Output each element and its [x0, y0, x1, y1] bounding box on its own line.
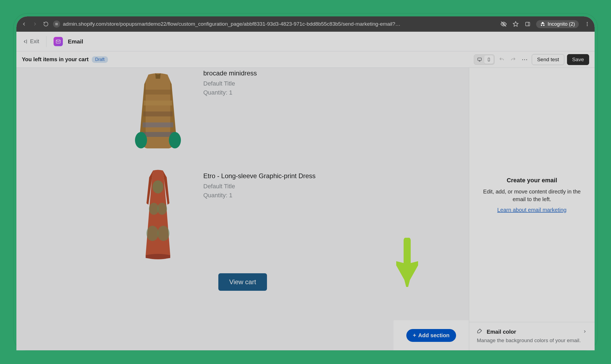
svg-point-6 [587, 24, 588, 24]
sub-header-right: ⋯ Send test Save [474, 54, 589, 65]
side-panel: Create your email Edit, add, or move con… [469, 68, 595, 350]
mobile-view-button[interactable] [484, 55, 494, 64]
star-icon[interactable] [512, 20, 519, 28]
footer-left: Email color [477, 328, 516, 335]
canvas-inner: brocade minidress Default Title Quantity… [122, 68, 363, 291]
panel-icon[interactable] [524, 20, 531, 28]
app-header: Exit Email [16, 32, 595, 51]
product-title: Etro - Long-sleeve Graphic-print Dress [203, 172, 363, 180]
plus-icon: + [413, 332, 416, 339]
svg-rect-18 [142, 132, 174, 137]
browser-toolbar: admin.shopify.com/store/popupsmartdemo22… [16, 16, 595, 32]
learn-link[interactable]: Learn about email marketing [497, 207, 566, 213]
svg-marker-2 [513, 22, 518, 26]
url-text: admin.shopify.com/store/popupsmartdemo22… [63, 21, 400, 27]
svg-point-25 [157, 226, 169, 241]
side-panel-footer[interactable]: Email color Manage the background colors… [469, 322, 595, 350]
status-badge: Draft [92, 56, 108, 63]
exit-button[interactable]: Exit [22, 38, 39, 45]
email-app-icon [54, 37, 63, 46]
add-section-label: Add section [418, 332, 450, 339]
undo-button[interactable] [497, 55, 506, 64]
site-info-icon[interactable] [53, 20, 60, 28]
chevron-right-icon [583, 329, 587, 335]
product-variant: Default Title [203, 182, 363, 191]
forward-button[interactable] [31, 20, 39, 28]
svg-rect-14 [144, 90, 172, 95]
product-quantity: Quantity: 1 [203, 191, 363, 200]
back-button[interactable] [20, 20, 28, 28]
page-title: You left items in your cart [22, 56, 89, 63]
footer-row: Email color [477, 328, 587, 335]
side-panel-desc: Edit, add, or move content directly in t… [480, 188, 584, 203]
svg-point-19 [135, 132, 147, 148]
incognito-pill[interactable]: Incognito (2) [536, 20, 579, 28]
svg-point-21 [152, 180, 163, 193]
svg-rect-16 [143, 111, 173, 116]
paint-icon [477, 328, 483, 335]
more-menu-button[interactable]: ⋯ [520, 55, 529, 64]
svg-rect-9 [478, 58, 482, 60]
exit-label: Exit [30, 38, 39, 45]
view-cart-button[interactable]: View cart [218, 273, 267, 291]
url-bar[interactable]: admin.shopify.com/store/popupsmartdemo22… [53, 20, 497, 28]
minidress-image [125, 71, 191, 152]
eye-off-icon[interactable] [500, 20, 507, 28]
product-variant: Default Title [203, 79, 363, 88]
side-panel-title: Create your email [507, 177, 557, 184]
divider [46, 36, 46, 47]
sub-header-left: You left items in your cart Draft [22, 56, 108, 63]
app-title: Email [68, 38, 83, 45]
desktop-view-button[interactable] [475, 55, 484, 64]
product-quantity: Quantity: 1 [203, 88, 363, 97]
svg-rect-17 [143, 122, 173, 127]
device-toggle [474, 54, 495, 65]
svg-point-7 [587, 25, 588, 26]
side-panel-main: Create your email Edit, add, or move con… [469, 68, 595, 322]
svg-rect-15 [144, 101, 172, 105]
add-section-panel: + Add section [393, 320, 469, 350]
long-dress-image [136, 168, 180, 261]
app-viewport: Exit Email You left items in your cart D… [16, 32, 595, 350]
toolbar-right: Incognito (2) [500, 20, 591, 28]
svg-point-20 [169, 132, 181, 148]
content-area: brocade minidress Default Title Quantity… [16, 68, 595, 350]
kebab-menu-icon[interactable] [584, 20, 591, 28]
sub-header: You left items in your cart Draft [16, 51, 595, 68]
product-row: brocade minidress Default Title Quantity… [122, 68, 363, 155]
product-image [122, 171, 193, 258]
product-title: brocade minidress [203, 69, 363, 77]
product-info: Etro - Long-sleeve Graphic-print Dress D… [203, 171, 363, 200]
svg-point-24 [146, 226, 158, 241]
incognito-label: Incognito (2) [548, 21, 575, 27]
email-canvas[interactable]: brocade minidress Default Title Quantity… [16, 68, 469, 350]
send-test-button[interactable]: Send test [532, 54, 564, 65]
svg-rect-3 [525, 22, 530, 26]
svg-point-5 [587, 22, 588, 23]
save-button[interactable]: Save [567, 54, 589, 65]
arrow-annotation [396, 238, 418, 287]
product-row: Etro - Long-sleeve Graphic-print Dress D… [122, 171, 363, 258]
product-image [122, 68, 193, 155]
product-info: brocade minidress Default Title Quantity… [203, 68, 363, 97]
redo-button[interactable] [509, 55, 518, 64]
footer-title: Email color [487, 329, 516, 335]
footer-desc: Manage the background colors of your ema… [477, 337, 587, 344]
add-section-button[interactable]: + Add section [406, 329, 456, 342]
reload-button[interactable] [42, 20, 50, 28]
browser-window: admin.shopify.com/store/popupsmartdemo22… [16, 16, 595, 350]
svg-point-23 [157, 203, 167, 215]
